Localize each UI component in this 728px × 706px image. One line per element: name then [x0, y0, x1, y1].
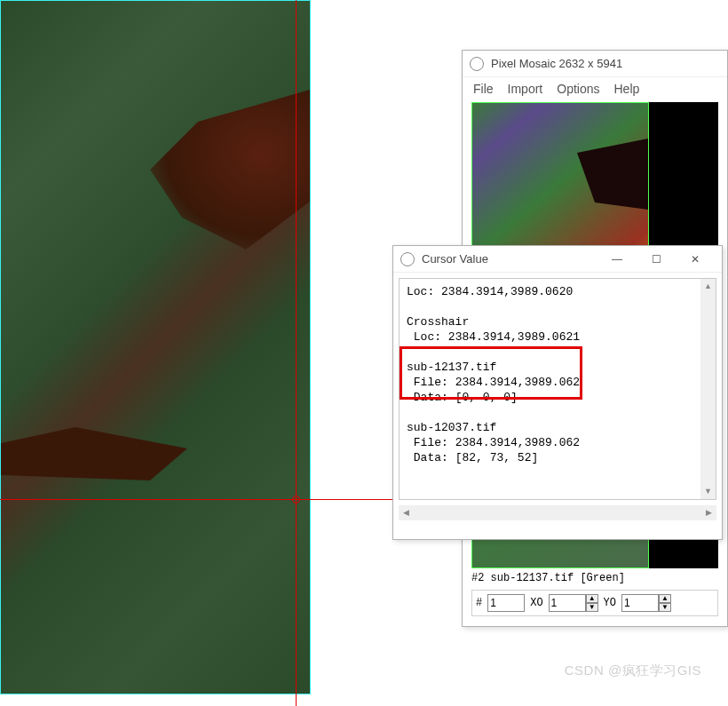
app-icon	[400, 252, 415, 266]
xo-spinner[interactable]: ▲▼	[549, 594, 598, 612]
down-arrow-icon[interactable]: ▼	[659, 603, 671, 612]
app-icon	[470, 57, 484, 71]
file2-name: sub-12037.tif	[407, 421, 496, 434]
xo-label: XO	[530, 597, 542, 609]
file1-data-label: Data:	[414, 391, 448, 404]
mosaic-menubar: File Import Options Help	[463, 77, 727, 100]
file1-data-value: [0, 0, 0]	[455, 391, 518, 404]
horizontal-scrollbar[interactable]: ◀ ▶	[399, 505, 716, 520]
up-arrow-icon[interactable]: ▲	[586, 594, 598, 603]
menu-import[interactable]: Import	[508, 82, 543, 96]
mosaic-bottom-inputs: # XO ▲▼ YO ▲▼	[471, 590, 718, 616]
cursor-title: Cursor Value	[422, 252, 488, 266]
down-arrow-icon[interactable]: ▼	[586, 603, 598, 612]
file1-file-value: 2384.3914,3989.062	[455, 376, 580, 389]
cursor-text-area[interactable]: Loc: 2384.3914,3989.0620 Crosshair Loc: …	[400, 279, 700, 499]
mosaic-info-line: #2 sub-12137.tif [Green]	[471, 572, 718, 584]
cursor-value-window: Cursor Value — ☐ ✕ Loc: 2384.3914,3989.0…	[392, 245, 723, 540]
hash-spinner[interactable]	[487, 594, 525, 612]
vertical-scrollbar[interactable]: ▲ ▼	[700, 279, 716, 499]
crosshair-loc-value: 2384.3914,3989.0621	[448, 330, 580, 344]
file2-file-label: File:	[414, 436, 448, 449]
water-region	[150, 90, 310, 250]
file2-data-value: [82, 73, 52]	[455, 451, 539, 464]
scroll-left-icon[interactable]: ◀	[399, 505, 414, 520]
yo-spinner[interactable]: ▲▼	[621, 594, 671, 612]
file2-data-label: Data:	[414, 451, 448, 464]
cursor-titlebar[interactable]: Cursor Value — ☐ ✕	[393, 246, 722, 273]
crosshair-center	[292, 496, 300, 504]
file1-file-label: File:	[414, 376, 448, 389]
scroll-right-icon[interactable]: ▶	[701, 505, 716, 520]
close-button[interactable]: ✕	[676, 247, 715, 272]
up-arrow-icon[interactable]: ▲	[659, 594, 671, 603]
yo-label: YO	[604, 597, 616, 609]
cursor-body: Loc: 2384.3914,3989.0620 Crosshair Loc: …	[399, 278, 716, 500]
menu-help[interactable]: Help	[614, 82, 640, 96]
file1-name: sub-12137.tif	[407, 361, 496, 374]
main-image-viewport[interactable]	[0, 0, 311, 694]
xo-input[interactable]	[549, 594, 586, 612]
loc-value: 2384.3914,3989.0620	[441, 285, 573, 298]
crosshair-label: Crosshair	[407, 315, 469, 329]
mosaic-titlebar[interactable]: Pixel Mosaic 2632 x 5941	[463, 51, 727, 77]
hash-input[interactable]	[487, 594, 525, 612]
yo-input[interactable]	[621, 594, 659, 612]
minimize-button[interactable]: —	[597, 247, 637, 272]
scroll-down-icon[interactable]: ▼	[700, 484, 716, 499]
hash-label: #	[476, 597, 482, 609]
water-region-2	[1, 427, 187, 480]
crosshair-vertical	[296, 0, 297, 706]
menu-options[interactable]: Options	[557, 82, 599, 96]
loc-label: Loc:	[407, 285, 434, 298]
dark-region	[559, 139, 648, 210]
scroll-up-icon[interactable]: ▲	[700, 279, 716, 294]
mosaic-title: Pixel Mosaic 2632 x 5941	[491, 57, 622, 70]
watermark: CSDN @疯狂学习GIS	[565, 662, 701, 679]
menu-file[interactable]: File	[473, 82, 494, 96]
file2-file-value: 2384.3914,3989.062	[455, 436, 580, 449]
crosshair-loc-label: Loc:	[414, 330, 441, 344]
maximize-button[interactable]: ☐	[637, 247, 676, 272]
window-controls: — ☐ ✕	[597, 247, 715, 272]
